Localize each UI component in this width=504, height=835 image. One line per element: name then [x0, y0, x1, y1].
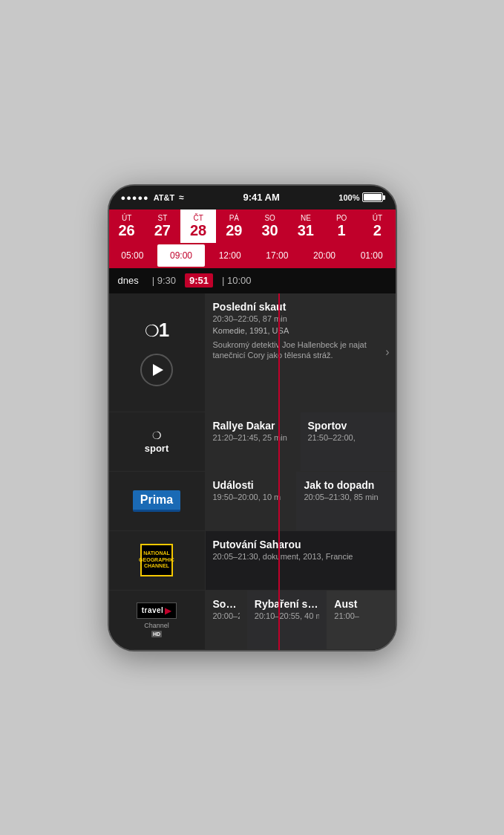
day-tab-st27[interactable]: ST 27	[145, 209, 180, 243]
play-triangle-icon	[153, 364, 163, 376]
channel-logo-travel: travel ▶ Channel HD	[109, 591, 206, 649]
ct1-logo-text: ❍1	[145, 318, 168, 342]
program-time: 21:20–21:45, 25 min	[213, 433, 293, 442]
carrier-label: AT&T	[154, 193, 175, 202]
day-tab-so30[interactable]: SO 30	[252, 209, 288, 243]
timeline-bar: dnes | 9:30 9:51 | 10:00	[109, 268, 396, 293]
channel-row-ng: NATIONALGEOGRAPHICCHANNEL Putování Sahar…	[109, 531, 396, 591]
time-tab-2000[interactable]: 20:00	[301, 244, 348, 267]
time-tab-0100[interactable]: 01:00	[348, 244, 396, 267]
travel-box: travel ▶	[137, 602, 177, 619]
chevron-right-icon: ›	[385, 345, 389, 359]
program-udalosti[interactable]: Události 19:50–20:00, 10 m	[206, 472, 297, 530]
program-time: 20:30–22:05, 87 min	[213, 314, 388, 323]
program-time: 20:00–2	[213, 611, 240, 620]
program-title: Putování Saharou	[213, 539, 388, 550]
channel-logo-ng: NATIONALGEOGRAPHICCHANNEL	[109, 531, 206, 590]
program-time: 21:50–22:00,	[308, 433, 388, 442]
program-title: Jak to dopadn	[304, 479, 387, 491]
time-tab-1700[interactable]: 17:00	[254, 244, 301, 267]
ng-text: NATIONALGEOGRAPHICCHANNEL	[139, 550, 174, 569]
play-button-ct1[interactable]	[140, 354, 173, 386]
status-time: 9:41 AM	[243, 192, 279, 203]
ng-logo: NATIONALGEOGRAPHICCHANNEL	[140, 544, 173, 576]
program-jak-to-dopadne[interactable]: Jak to dopadn 20:05–21:30, 85 min	[296, 472, 395, 530]
program-putovani-saharou[interactable]: Putování Saharou 20:05–21:30, dokument, …	[206, 531, 396, 590]
program-title: Souhr	[213, 598, 240, 610]
prima-logo-text: Prima	[133, 490, 180, 512]
status-bar: ●●●●● AT&T ≈ 9:41 AM 100%	[109, 186, 396, 209]
travel-programs: Souhr 20:00–2 Rybaření s Ja 20:10–20:55,…	[206, 591, 396, 649]
ng-programs: Putování Saharou 20:05–21:30, dokument, …	[206, 531, 396, 590]
program-title: Poslední skaut	[213, 301, 388, 313]
travel-text: travel	[142, 606, 164, 614]
day-tab-pa29[interactable]: PÁ 29	[216, 209, 252, 243]
signal-dots: ●●●●●	[121, 193, 149, 202]
program-desc: Soukromý detektiv Joe Hallenbeck je naja…	[213, 339, 388, 362]
program-posledni-skaut[interactable]: Poslední skaut 20:30–22:05, 87 min Komed…	[206, 293, 396, 412]
channel-row-ct1: ❍1 Poslední skaut 20:30–22:05, 87 min Ko…	[109, 293, 396, 412]
day-tab-ne31[interactable]: NE 31	[288, 209, 324, 243]
day-tab-po1[interactable]: PO 1	[324, 209, 359, 243]
program-title: Rallye Dakar	[213, 420, 293, 432]
ct1-programs: Poslední skaut 20:30–22:05, 87 min Komed…	[206, 293, 396, 412]
prima-programs: Události 19:50–20:00, 10 m Jak to dopadn…	[206, 472, 396, 530]
program-aust[interactable]: Aust 21:00–	[327, 591, 395, 649]
status-right: 100%	[338, 192, 383, 202]
battery-icon	[362, 192, 383, 202]
day-tabs: ÚT 26 ST 27 ČT 28 PÁ 29 SO 30 NE 31 PO 1…	[109, 209, 396, 243]
timeline-today: dnes	[118, 275, 139, 286]
content-area: ❍1 Poslední skaut 20:30–22:05, 87 min Ko…	[109, 293, 396, 650]
program-time: 20:05–21:30, 85 min	[304, 493, 387, 501]
ng-box: NATIONALGEOGRAPHICCHANNEL	[140, 544, 173, 576]
day-tab-ut2[interactable]: ÚT 2	[359, 209, 395, 243]
channel-row-ctsport: ❍ sport Rallye Dakar 21:20–21:45, 25 min…	[109, 412, 396, 472]
channel-logo-ctsport: ❍ sport	[109, 412, 206, 471]
time-tabs: 05:00 09:00 12:00 17:00 20:00 01:00	[109, 243, 396, 268]
program-title: Rybaření s Ja	[255, 598, 320, 610]
current-time-line	[278, 293, 280, 650]
wifi-icon: ≈	[179, 192, 184, 203]
hd-badge: HD	[151, 631, 162, 637]
program-time: 20:10–20:55, 40 min	[255, 611, 320, 620]
program-sportov[interactable]: Sportov 21:50–22:00,	[301, 412, 396, 471]
program-time: 20:05–21:30, dokument, 2013, Francie	[213, 552, 388, 561]
ct1-logo-area: ❍1	[140, 318, 173, 386]
channel-logo-ct1: ❍1	[109, 293, 206, 412]
channel-logo-prima: Prima	[109, 472, 206, 530]
travel-logo: travel ▶ Channel HD	[137, 602, 177, 637]
battery-label: 100%	[338, 193, 359, 202]
time-tab-0500[interactable]: 05:00	[109, 244, 157, 267]
program-time: 21:00–	[334, 611, 387, 620]
channel-row-travel: travel ▶ Channel HD Souhr 20:00–2 Rybaře…	[109, 591, 396, 650]
day-tab-ct28[interactable]: ČT 28	[180, 209, 216, 243]
travel-arrow-icon: ▶	[165, 605, 171, 616]
program-rallye-dakar[interactable]: Rallye Dakar 21:20–21:45, 25 min	[206, 412, 301, 471]
ctsport-programs: Rallye Dakar 21:20–21:45, 25 min Sportov…	[206, 412, 396, 471]
time-tab-0900[interactable]: 09:00	[157, 244, 205, 267]
program-souhr[interactable]: Souhr 20:00–2	[206, 591, 247, 649]
phone-frame: ●●●●● AT&T ≈ 9:41 AM 100% ÚT 26 ST 27 ČT…	[108, 184, 397, 652]
ctsport-logo: ❍ sport	[145, 429, 169, 454]
channel-row-prima: Prima Události 19:50–20:00, 10 m Jak to …	[109, 472, 396, 531]
timeline-time1: | 9:30	[146, 275, 182, 286]
status-left: ●●●●● AT&T ≈	[121, 192, 184, 203]
timeline-time2: | 10:00	[216, 275, 258, 286]
program-title: Sportov	[308, 420, 388, 432]
program-title: Aust	[334, 598, 387, 610]
day-tab-ut26[interactable]: ÚT 26	[109, 209, 145, 243]
program-rybareni[interactable]: Rybaření s Ja 20:10–20:55, 40 min	[247, 591, 327, 649]
program-genre: Komedie, 1991, USA	[213, 326, 388, 335]
timeline-current-time: 9:51	[185, 273, 213, 287]
time-tab-1200[interactable]: 12:00	[206, 244, 254, 267]
